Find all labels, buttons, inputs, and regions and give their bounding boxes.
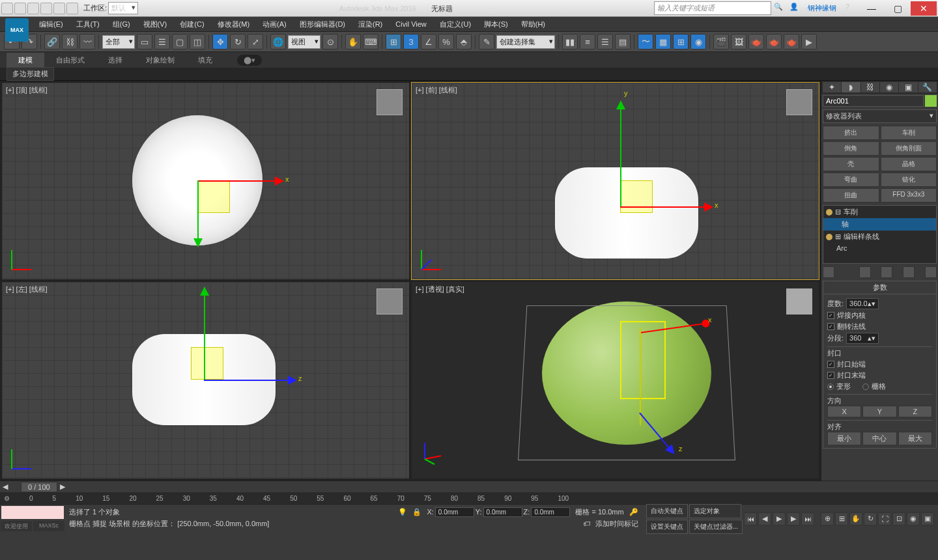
mod-lattice-button[interactable]: 晶格 [881,157,937,171]
angle-snap-button[interactable]: ∠ [421,34,436,49]
curve-editor-button[interactable]: 〜 [638,34,653,49]
keyfilter-button[interactable]: 关键点过滤器... [689,520,743,534]
select-object-button[interactable]: ▭ [137,34,152,49]
viewport-nav2-icon[interactable]: ⊞ [835,512,848,525]
move-button[interactable]: ✥ [212,34,228,49]
select-region-button[interactable]: ▢ [172,34,188,49]
mod-ffd-button[interactable]: FFD 3x3x3 [881,188,937,203]
morph-radio[interactable] [827,384,834,390]
mod-bevelprofile-button[interactable]: 倒角剖面 [881,141,937,156]
bulb-icon[interactable] [826,209,832,216]
dope-sheet-button[interactable]: ▦ [655,34,671,49]
teapot3-icon[interactable]: 🫖 [784,34,799,49]
selection-filter-dropdown[interactable]: 全部 [102,35,135,49]
menu-render[interactable]: 渲染(R) [352,18,389,31]
tab-utilities-icon[interactable]: 🔧 [918,82,937,92]
capstart-checkbox[interactable]: ✓ [827,361,834,368]
gizmo-plane[interactable] [197,180,230,213]
play-button[interactable]: ▶ [773,512,786,525]
percent-snap-button[interactable]: % [438,34,454,49]
lock-selection-icon[interactable]: 🔒 [412,508,421,516]
menu-create[interactable]: 创建(C) [173,18,210,31]
mod-extrude-button[interactable]: 挤出 [823,126,879,140]
show-result-button[interactable] [859,266,871,278]
menu-customize[interactable]: 自定义(U) [433,18,477,31]
goto-end-button[interactable]: ⏭ [801,512,814,525]
workspace-dropdown[interactable]: 默认 [108,2,138,14]
viewport-left[interactable]: [+] [左] [线框] z [1,281,410,479]
z-coord-input[interactable]: 0.0mm [531,507,570,517]
link-button[interactable]: 🔗 [44,34,60,49]
prev-frame-button[interactable]: ◀ [758,512,771,525]
track-config-icon[interactable]: ⚙ [4,495,10,502]
viewport-front[interactable]: [+] [前] [线框] x y [411,82,819,280]
dir-x-button[interactable]: X [827,406,861,417]
y-coord-input[interactable]: 0.0mm [483,507,522,517]
segments-spinner[interactable]: 360▴▾ [846,333,879,344]
menu-modifiers[interactable]: 修改器(M) [211,18,257,31]
qat-undo-icon[interactable] [40,3,52,14]
render-button[interactable]: ▶ [801,34,817,49]
bulb-icon[interactable] [826,234,832,240]
viewport-top[interactable]: [+] [顶] [线框] x [1,82,410,280]
signin-icon[interactable]: 👤 [789,3,803,14]
viewport-perspective[interactable]: [+] [透视] [真实] x z [411,281,819,479]
mod-shell-button[interactable]: 壳 [823,157,879,171]
schematic-button[interactable]: ⊞ [673,34,689,49]
mod-taper-button[interactable]: 链化 [881,173,937,187]
stack-item-editspline[interactable]: ⊞编辑样条线 [823,231,936,243]
viewport-top-label[interactable]: [+] [顶] [线框] [6,85,48,95]
manipulate-button[interactable]: ✋ [345,34,361,49]
unlink-button[interactable]: ⛓ [62,34,78,49]
weld-checkbox[interactable]: ✓ [827,312,834,319]
viewcube-icon[interactable] [786,288,812,315]
goto-start-button[interactable]: ⏮ [744,512,757,525]
ribbon-toggle-icon[interactable]: ⬤▾ [237,55,262,66]
configure-button[interactable] [925,266,937,278]
dir-y-button[interactable]: Y [862,406,896,417]
menu-help[interactable]: 帮助(H) [515,18,552,31]
grid-radio[interactable] [862,384,869,390]
align-button[interactable]: ≡ [580,34,595,49]
maxscript-mini-listener[interactable] [1,506,64,519]
viewcube-icon[interactable] [786,89,812,115]
qat-save-icon[interactable] [27,3,39,14]
qat-new-icon[interactable] [1,3,13,14]
pin-stack-button[interactable] [823,266,834,278]
capend-checkbox[interactable]: ✓ [827,372,834,379]
autokey-button[interactable]: 自动关键点 [646,504,688,518]
stack-item-axis[interactable]: 轴 [823,218,936,231]
object-name-input[interactable] [823,95,924,107]
toggle-ribbon-button[interactable]: ▤ [615,34,631,49]
viewport-nav3-icon[interactable]: ✋ [849,512,862,525]
search-icon[interactable]: 🔍 [774,3,787,14]
menu-edit[interactable]: 编辑(E) [33,18,70,31]
timetag-icon[interactable]: 🏷 [583,520,590,527]
tab-motion-icon[interactable]: ◉ [880,82,898,92]
ribbon-tab-modeling[interactable]: 建模 [7,53,44,68]
viewport-nav4-icon[interactable]: ↻ [864,512,877,525]
help-icon[interactable]: ? [846,3,859,14]
tab-display-icon[interactable]: ▣ [899,82,917,92]
setkey-button[interactable]: 设置关键点 [646,520,688,534]
stack-item-lathe[interactable]: ⊟车削 [823,206,936,218]
flip-checkbox[interactable]: ✓ [827,323,834,330]
mod-twist-button[interactable]: 扭曲 [823,188,879,203]
modifier-stack[interactable]: ⊟车削 轴 ⊞编辑样条线 Arc [823,205,937,264]
rollout-header[interactable]: 参数 [823,281,936,294]
make-unique-button[interactable] [881,266,892,278]
menu-group[interactable]: 组(G) [106,18,137,31]
viewport-nav6-icon[interactable]: ⊡ [892,512,905,525]
maxscript-label[interactable]: MAXSc [33,521,64,531]
viewcube-icon[interactable] [377,288,403,315]
object-color-swatch[interactable] [925,95,937,107]
refcoord-button[interactable]: 🌐 [270,34,286,49]
stack-item-arc[interactable]: Arc [823,243,936,253]
rollout-container[interactable]: 参数 度数:360.0▴▾ ✓焊接内核 ✓翻转法线 分段:360▴▾ 封口 ✓封… [821,279,938,481]
minimize-button[interactable]: — [859,1,885,16]
menu-view[interactable]: 视图(V) [137,18,174,31]
select-name-button[interactable]: ☰ [154,34,170,49]
material-editor-button[interactable]: ◉ [690,34,706,49]
add-time-tag[interactable]: 添加时间标记 [595,519,638,529]
menu-tools[interactable]: 工具(T) [70,18,106,31]
